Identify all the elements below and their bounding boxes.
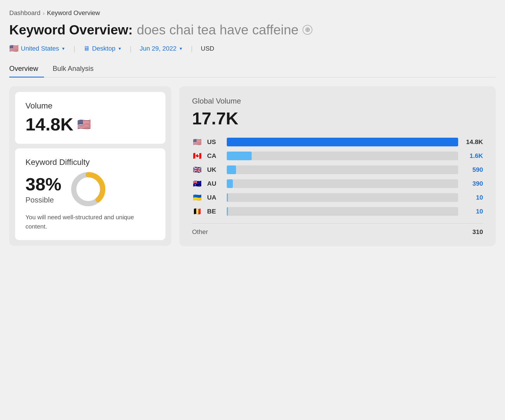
device-chevron-icon: ▼ [118,46,122,51]
right-panel: Global Volume 17.7K 🇺🇸 US 14.8K 🇨🇦 CA 1.… [179,86,496,246]
value-be: 10 [463,208,483,215]
add-keyword-icon[interactable]: ⊕ [303,25,312,35]
volume-value: 14.8K 🇺🇸 [25,114,155,135]
bar-row-ua: 🇺🇦 UA 10 [192,193,483,202]
bar-fill-au [227,179,233,188]
other-row: Other 310 [192,223,483,236]
date-label: Jun 29, 2022 [140,45,176,52]
flag-ca: 🇨🇦 [192,152,202,160]
country-chevron-icon: ▼ [61,46,65,51]
tab-bulk-analysis[interactable]: Bulk Analysis [53,62,99,78]
bar-track-us [227,138,458,146]
bar-fill-ua [227,193,228,202]
bar-row-au: 🇦🇺 AU 390 [192,179,483,188]
breadcrumb-separator: › [43,10,45,16]
bar-fill-us [227,138,458,146]
filter-divider-2: | [130,45,132,53]
global-volume-title: Global Volume [192,97,483,106]
kd-donut-chart [69,170,107,208]
flag-uk: 🇬🇧 [192,166,202,174]
kd-left: 38% Possible [25,174,61,205]
keyword-text: does chai tea have caffeine [137,22,298,38]
value-au: 390 [463,180,483,187]
main-content: Volume 14.8K 🇺🇸 Keyword Difficulty 38% P… [9,86,496,246]
breadcrumb-current: Keyword Overview [47,9,100,17]
other-label: Other [192,228,468,236]
volume-flag: 🇺🇸 [77,118,91,131]
tabs-row: Overview Bulk Analysis [9,62,496,78]
global-volume-value: 17.7K [192,108,483,128]
flag-be: 🇧🇪 [192,207,202,215]
code-us: US [207,138,222,146]
value-uk: 590 [463,166,483,174]
value-us: 14.8K [463,138,483,146]
country-label: United States [21,45,59,52]
bar-row-be: 🇧🇪 BE 10 [192,207,483,216]
kd-value: 38% [25,174,61,194]
country-flag: 🇺🇸 [9,44,19,53]
breadcrumb: Dashboard › Keyword Overview [9,9,496,17]
kd-row: 38% Possible [25,170,155,208]
bar-track-au [227,179,458,188]
filter-divider-3: | [191,45,193,53]
kd-title: Keyword Difficulty [25,158,155,167]
bar-row-ca: 🇨🇦 CA 1.6K [192,152,483,160]
bar-track-be [227,207,458,216]
kd-card: Keyword Difficulty 38% Possible You will… [15,148,165,240]
bar-fill-be [227,207,228,216]
left-panel: Volume 14.8K 🇺🇸 Keyword Difficulty 38% P… [9,86,171,246]
page-title: Keyword Overview: does chai tea have caf… [9,22,496,38]
device-filter[interactable]: 🖥 Desktop ▼ [83,45,122,52]
bar-track-ca [227,152,458,160]
volume-card: Volume 14.8K 🇺🇸 [15,92,165,144]
code-ua: UA [207,194,222,201]
volume-title: Volume [25,101,155,110]
flag-au: 🇦🇺 [192,180,202,188]
kd-description: You will need well-structured and unique… [25,213,155,231]
bar-row-us: 🇺🇸 US 14.8K [192,138,483,146]
value-ua: 10 [463,194,483,201]
code-au: AU [207,180,222,187]
bar-row-uk: 🇬🇧 UK 590 [192,165,483,174]
filter-divider-1: | [73,45,75,53]
tab-overview[interactable]: Overview [9,62,44,78]
other-value: 310 [472,228,483,236]
value-ca: 1.6K [463,152,483,160]
flag-ua: 🇺🇦 [192,194,202,202]
bar-chart: 🇺🇸 US 14.8K 🇨🇦 CA 1.6K 🇬🇧 UK [192,138,483,236]
code-ca: CA [207,152,222,160]
flag-us: 🇺🇸 [192,138,202,146]
kd-label: Possible [25,196,61,205]
bar-track-uk [227,165,458,174]
date-chevron-icon: ▼ [179,46,183,51]
bar-fill-ca [227,152,252,160]
device-label: Desktop [92,45,115,52]
country-filter[interactable]: 🇺🇸 United States ▼ [9,44,65,53]
device-icon: 🖥 [83,45,90,52]
code-be: BE [207,208,222,215]
filters-row: 🇺🇸 United States ▼ | 🖥 Desktop ▼ | Jun 2… [9,44,496,53]
breadcrumb-parent[interactable]: Dashboard [9,9,40,17]
date-filter[interactable]: Jun 29, 2022 ▼ [140,45,183,52]
volume-number: 14.8K [25,114,73,135]
code-uk: UK [207,166,222,174]
currency-label: USD [201,45,214,52]
bar-fill-uk [227,165,236,174]
bar-track-ua [227,193,458,202]
title-prefix: Keyword Overview: [9,22,133,38]
